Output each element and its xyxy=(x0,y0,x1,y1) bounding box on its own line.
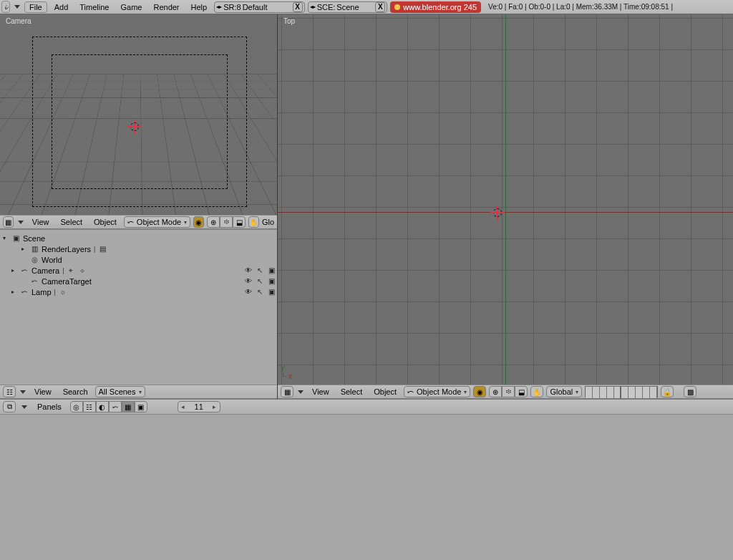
render-toggle-icon[interactable]: ▣ xyxy=(267,277,276,286)
screen-selector[interactable]: ◂▸ SR:8 X xyxy=(214,1,304,13)
menu-file[interactable]: File xyxy=(24,1,47,13)
outliner-item-cameratarget[interactable]: ⤺ CameraTarget 👁 ↖ ▣ xyxy=(1,276,276,286)
view3d-header-left: ▦ View Select Object ⤺ Object Mode ▾ ◉ ⊕… xyxy=(0,215,277,229)
menu-search[interactable]: Search xyxy=(59,387,92,397)
collapse-icon[interactable] xyxy=(21,405,27,409)
buttons-window-body[interactable] xyxy=(0,415,733,560)
scene-name-input[interactable] xyxy=(336,3,374,11)
menu-select[interactable]: Select xyxy=(336,387,367,397)
window-type-button[interactable]: 𝓲 xyxy=(1,1,10,13)
menu-view[interactable]: View xyxy=(30,387,56,397)
outliner-root[interactable]: ▾ ▣ Scene xyxy=(1,233,276,243)
outliner-item-world[interactable]: ◎ World xyxy=(1,254,276,265)
menu-object[interactable]: Object xyxy=(89,217,121,227)
scene-selector[interactable]: ◂▸ SCE: X xyxy=(308,1,388,13)
render-toggle-icon[interactable]: ▣ xyxy=(267,288,276,296)
selectable-arrow-icon[interactable]: ↖ xyxy=(256,266,264,275)
pivot-cursor-button[interactable]: ⬓ xyxy=(233,216,246,228)
lock-layers-icon[interactable]: 🔒 xyxy=(661,386,674,397)
orientation-dropdown[interactable]: Global ▾ xyxy=(546,386,582,397)
menu-view[interactable]: View xyxy=(308,387,334,397)
outliner-item-label: CameraTarget xyxy=(42,277,92,286)
ctx-editing-icon[interactable]: ▦ xyxy=(122,401,135,412)
outliner-item-renderlayers[interactable]: ▸ ▥ RenderLayers | ▤ xyxy=(1,243,276,254)
buttons-window-header: ⧉ Panels ◎ ☷ ◐ ⤺ ▦ ▣ ◂ 11 ▸ xyxy=(0,399,733,415)
manipulator-toggle[interactable]: ✋ xyxy=(530,386,543,397)
outliner-filter-label: All Scenes xyxy=(99,387,136,396)
header-collapse-icon[interactable] xyxy=(14,5,20,9)
object-icon: ⤺ xyxy=(20,288,29,296)
menu-help[interactable]: Help xyxy=(187,2,212,12)
pivot-median-button[interactable]: ፨ xyxy=(220,216,233,228)
pivot-cursor-button[interactable]: ⬓ xyxy=(515,386,528,397)
frame-value[interactable]: 11 xyxy=(188,402,210,411)
selectable-arrow-icon[interactable]: ↖ xyxy=(256,288,264,296)
menu-add[interactable]: Add xyxy=(50,2,73,12)
viewport-label: Top xyxy=(283,17,295,25)
editor-type-icon[interactable]: ☷ xyxy=(3,386,16,397)
mode-label: Object Mode xyxy=(417,387,461,396)
shading-dropdown[interactable]: ◉ xyxy=(193,216,204,228)
visibility-eye-icon[interactable]: 👁 xyxy=(244,288,253,296)
pivot-median-button[interactable]: ፨ xyxy=(502,386,515,397)
outliner-item-camera[interactable]: ▸ ⤺ Camera | ⌖ ⟐ 👁 ↖ ▣ xyxy=(1,265,276,276)
context-buttons: ◎ ☷ ◐ ⤺ ▦ ▣ xyxy=(70,401,147,412)
info-header: 𝓲 File Add Timeline Game Render Help ◂▸ … xyxy=(0,0,733,14)
layers-widget[interactable] xyxy=(585,386,658,397)
mode-label: Object Mode xyxy=(137,218,181,226)
outliner-item-label: Camera xyxy=(31,266,59,275)
blender-link[interactable]: www.blender.org 245 xyxy=(390,1,481,13)
ctx-script-icon[interactable]: ☷ xyxy=(83,401,96,412)
render-border-icon[interactable]: ▩ xyxy=(684,386,696,397)
lamp-icon[interactable]: ☼ xyxy=(59,288,67,296)
collapse-icon[interactable] xyxy=(18,221,24,224)
outliner-filter-dropdown[interactable]: All Scenes ▾ xyxy=(95,386,145,397)
ctx-shading-icon[interactable]: ◐ xyxy=(96,401,109,412)
frame-next-button[interactable]: ▸ xyxy=(210,403,220,410)
orientation-label[interactable]: Glo xyxy=(262,218,274,226)
manipulator-toggle[interactable]: ✋ xyxy=(248,216,259,228)
camdata-icon[interactable]: ⌖ xyxy=(67,266,75,275)
ctx-logic-icon[interactable]: ◎ xyxy=(70,401,83,412)
renderlayer-icon[interactable]: ▤ xyxy=(98,245,107,254)
menu-object[interactable]: Object xyxy=(369,387,401,397)
frame-prev-button[interactable]: ◂ xyxy=(178,403,188,410)
mode-dropdown[interactable]: ⤺ Object Mode ▾ xyxy=(404,386,470,397)
globe-icon: ◎ xyxy=(30,256,39,264)
menu-timeline[interactable]: Timeline xyxy=(75,2,113,12)
collapse-icon[interactable] xyxy=(298,390,304,394)
outliner-panel[interactable]: ▾ ▣ Scene ▸ ▥ RenderLayers | ▤ ◎ World xyxy=(0,229,277,385)
selectable-arrow-icon[interactable]: ↖ xyxy=(256,277,264,286)
screen-delete-button[interactable]: X xyxy=(293,2,303,12)
editor-type-icon[interactable]: ▦ xyxy=(281,386,293,397)
pivot-button[interactable]: ⊕ xyxy=(207,216,220,228)
menu-select[interactable]: Select xyxy=(56,217,87,227)
constraint-icon[interactable]: ⟐ xyxy=(78,266,87,275)
view3d-header-right: ▦ View Select Object ⤺ Object Mode ▾ ◉ ⊕… xyxy=(278,385,733,399)
pivot-button[interactable]: ⊕ xyxy=(489,386,502,397)
renderlayers-icon: ▥ xyxy=(30,245,39,254)
visibility-eye-icon[interactable]: 👁 xyxy=(244,266,253,275)
collapse-icon[interactable] xyxy=(20,390,26,394)
viewport-camera[interactable]: Camera xyxy=(0,14,277,215)
frame-number-field[interactable]: ◂ 11 ▸ xyxy=(178,401,220,412)
outliner-item-lamp[interactable]: ▸ ⤺ Lamp | ☼ 👁 ↖ ▣ xyxy=(1,286,276,297)
mode-dropdown[interactable]: ⤺ Object Mode ▾ xyxy=(124,216,190,228)
shading-dropdown[interactable]: ◉ xyxy=(473,386,486,397)
menu-view[interactable]: View xyxy=(28,217,54,227)
render-toggle-icon[interactable]: ▣ xyxy=(267,266,276,275)
pivot-buttons: ⊕ ፨ ⬓ xyxy=(207,216,246,228)
screen-name-input[interactable] xyxy=(243,3,291,11)
panels-label[interactable]: Panels xyxy=(33,402,66,412)
ctx-scene-icon[interactable]: ▣ xyxy=(135,401,147,412)
scene-delete-button[interactable]: X xyxy=(375,2,385,12)
menu-game[interactable]: Game xyxy=(116,2,146,12)
outliner-item-label: Scene xyxy=(23,234,45,243)
visibility-eye-icon[interactable]: 👁 xyxy=(244,277,253,286)
viewport-top[interactable]: Top y └ x xyxy=(278,14,733,385)
ctx-object-icon[interactable]: ⤺ xyxy=(109,401,122,412)
menu-render[interactable]: Render xyxy=(149,2,183,12)
scene-prefix: SCE: xyxy=(317,3,336,11)
editor-type-icon[interactable]: ▦ xyxy=(3,216,14,228)
editor-type-icon[interactable]: ⧉ xyxy=(3,401,16,412)
